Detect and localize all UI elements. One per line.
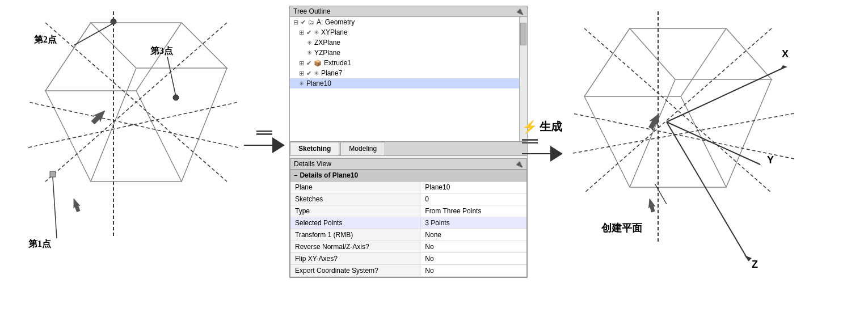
tree-item-label: XYPlane — [321, 28, 348, 36]
svg-line-28 — [573, 113, 794, 153]
val-selected-points: 3 Points — [420, 217, 526, 229]
plane-icon: ✳ — [307, 49, 312, 57]
plane-icon: ✳ — [314, 29, 319, 36]
right-geometry-svg — [556, 0, 868, 312]
check-icon: ✔ — [306, 29, 311, 36]
center-panel: Tree Outline 🔌 ⊟ ✔ 🗂 A: Geometry ⊞ ✔ ✳ X… — [272, 0, 556, 312]
prop-sketches: Sketches — [290, 193, 420, 205]
prop-reverse: Reverse Normal/Z-Axis? — [290, 241, 420, 253]
prop-transform: Transform 1 (RMB) — [290, 229, 420, 241]
geo-icon: 🗂 — [308, 19, 314, 26]
tree-item-extrude1[interactable]: ⊞ ✔ 📦 Extrude1 — [290, 58, 527, 68]
tree-item-plane7[interactable]: ⊞ ✔ ✳ Plane7 — [290, 68, 527, 78]
table-row-transform: Transform 1 (RMB) None — [290, 229, 526, 241]
svg-marker-31 — [780, 65, 787, 70]
prop-type: Type — [290, 205, 420, 217]
svg-line-29 — [573, 113, 794, 159]
table-row-export: Export Coordinate System? No — [290, 265, 526, 277]
details-view-titlebar: Details View 🔌 — [290, 159, 526, 170]
val-type: From Three Points — [420, 205, 526, 217]
tree-item-plane10[interactable]: ✳ Plane10 — [290, 78, 527, 88]
svg-marker-20 — [584, 96, 726, 187]
details-header: − Details of Plane10 — [290, 170, 526, 182]
prop-flip: Flip XY-Axes? — [290, 253, 420, 265]
point1-label: 第1点 — [28, 238, 51, 250]
collapse-icon: − — [294, 172, 297, 179]
tree-item-geometry[interactable]: ⊟ ✔ 🗂 A: Geometry — [290, 17, 527, 27]
table-row-type: Type From Three Points — [290, 205, 526, 217]
tree-item-yzplane[interactable]: ✳ YZPlane — [290, 48, 527, 58]
tree-item-label: Plane10 — [306, 79, 331, 87]
z-axis-label: Z — [752, 259, 758, 271]
svg-line-17 — [167, 57, 176, 96]
details-view-title: Details View — [294, 160, 331, 168]
extrude-icon: 📦 — [314, 60, 322, 67]
val-sketches: 0 — [420, 193, 526, 205]
details-table: Plane Plane10 Sketches 0 Type From Three… — [290, 182, 526, 277]
tree-item-label: Plane7 — [321, 69, 342, 77]
create-plane-label: 创建平面 — [601, 221, 642, 235]
tree-item-label: YZPlane — [314, 49, 340, 57]
details-header-text: Details of Plane10 — [300, 171, 358, 179]
svg-marker-15 — [70, 197, 81, 213]
expand-icon: ⊞ — [299, 29, 304, 36]
svg-marker-14 — [90, 107, 108, 126]
svg-line-23 — [726, 79, 772, 187]
svg-marker-33 — [756, 161, 763, 167]
tree-outline-titlebar: Tree Outline 🔌 — [290, 6, 527, 17]
tree-scrollbar-thumb[interactable] — [520, 23, 526, 45]
tree-outline-title: Tree Outline — [293, 7, 331, 15]
svg-line-34 — [667, 122, 749, 261]
prop-plane: Plane — [290, 182, 420, 193]
tree-outline-panel: Tree Outline 🔌 ⊟ ✔ 🗂 A: Geometry ⊞ ✔ ✳ X… — [289, 6, 528, 278]
check-icon: ✔ — [306, 60, 311, 67]
right-geometry-panel: X Y Z 创建平面 — [556, 0, 868, 312]
point3-label: 第3点 — [150, 45, 173, 57]
lightning-icon: ⚡ — [522, 120, 537, 134]
table-row-sketches: Sketches 0 — [290, 193, 526, 205]
tree-item-label: ZXPlane — [314, 39, 340, 47]
val-transform: None — [420, 229, 526, 241]
prop-export: Export Coordinate System? — [290, 265, 420, 277]
svg-rect-11 — [50, 171, 56, 177]
svg-line-16 — [74, 24, 112, 45]
tree-pin-icon: 🔌 — [515, 7, 524, 15]
check-icon: ✔ — [301, 19, 306, 26]
expand-icon: ⊞ — [299, 60, 304, 67]
plane-icon: ✳ — [299, 80, 304, 87]
left-geometry-svg — [0, 0, 272, 312]
svg-marker-37 — [646, 197, 656, 212]
tree-item-label: Extrude1 — [324, 59, 351, 67]
val-export: No — [420, 265, 526, 277]
table-row-reverse: Reverse Normal/Z-Axis? No — [290, 241, 526, 253]
expand-icon: ⊞ — [299, 70, 304, 77]
table-row-flip: Flip XY-Axes? No — [290, 253, 526, 265]
plane-icon: ✳ — [307, 39, 312, 47]
svg-line-4 — [182, 68, 227, 182]
tree-content[interactable]: ⊟ ✔ 🗂 A: Geometry ⊞ ✔ ✳ XYPlane ✳ ZXPlan… — [290, 17, 527, 142]
x-axis-label: X — [782, 48, 789, 60]
svg-point-12 — [111, 19, 116, 24]
svg-line-22 — [681, 28, 726, 96]
svg-marker-19 — [630, 28, 772, 79]
tab-bar: Sketching Modeling — [290, 142, 527, 156]
svg-line-30 — [667, 68, 783, 122]
table-row-plane: Plane Plane10 — [290, 182, 526, 193]
prop-selected-points: Selected Points — [290, 217, 420, 229]
point2-label: 第2点 — [34, 34, 57, 46]
svg-line-18 — [53, 177, 57, 238]
tree-item-xyplane[interactable]: ⊞ ✔ ✳ XYPlane — [290, 27, 527, 37]
table-row-selected-points: Selected Points 3 Points — [290, 217, 526, 229]
tab-modeling[interactable]: Modeling — [340, 142, 385, 155]
val-flip: No — [420, 253, 526, 265]
val-reverse: No — [420, 241, 526, 253]
y-axis-label: Y — [767, 154, 774, 166]
check-icon: ✔ — [306, 70, 311, 77]
tab-sketching[interactable]: Sketching — [290, 142, 339, 155]
val-plane: Plane10 — [420, 182, 526, 193]
svg-line-24 — [630, 79, 675, 187]
details-view-panel: Details View 🔌 − Details of Plane10 Plan… — [290, 158, 527, 277]
tree-item-label: A: Geometry — [317, 18, 355, 26]
tree-item-zxplane[interactable]: ✳ ZXPlane — [290, 37, 527, 48]
plane-icon: ✳ — [314, 70, 319, 77]
